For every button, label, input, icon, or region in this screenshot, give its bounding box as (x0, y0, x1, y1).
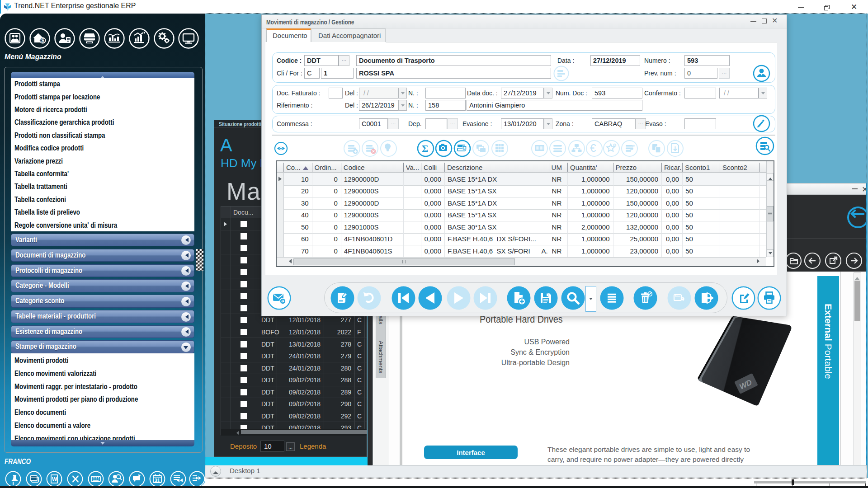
svg-text:31: 31 (155, 478, 160, 483)
svg-text:$: $ (41, 38, 44, 44)
svg-text:Σ: Σ (422, 143, 428, 154)
svg-text:W: W (52, 476, 57, 483)
svg-text:€: € (590, 142, 596, 154)
